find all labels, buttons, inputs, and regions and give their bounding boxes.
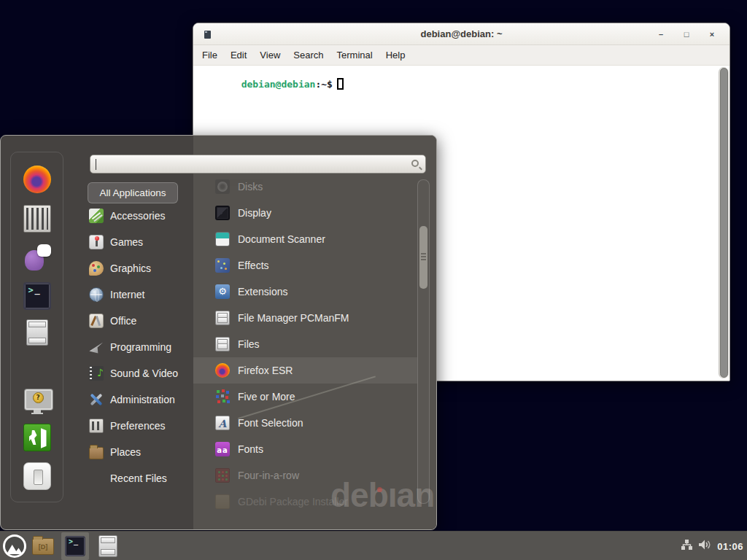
category-places[interactable]: Places <box>82 439 193 465</box>
favorite-firefox[interactable] <box>23 166 51 193</box>
minimize-button[interactable]: – <box>654 27 668 42</box>
category-recent-files[interactable]: Recent Files <box>82 465 193 491</box>
shutdown-button[interactable] <box>23 462 51 490</box>
category-administration[interactable]: Administration <box>82 386 193 413</box>
category-internet[interactable]: Internet <box>82 281 193 308</box>
app-extensions[interactable]: Extensions <box>193 279 417 305</box>
monitor-stand <box>34 410 41 413</box>
logout-icon <box>23 424 51 451</box>
logout-button[interactable] <box>23 424 51 451</box>
desktop-folder-launcher[interactable]: [D] <box>32 538 54 555</box>
menu-file[interactable]: File <box>196 47 224 63</box>
category-label: Programming <box>110 341 171 353</box>
lock-screen-icon <box>23 386 51 414</box>
window-controls: – □ × <box>654 23 719 45</box>
icon-spacer <box>89 471 104 486</box>
terminal-icon <box>65 536 85 556</box>
sound-video-icon <box>89 366 104 381</box>
app-disks[interactable]: Disks <box>193 174 417 200</box>
favorite-control-center[interactable] <box>23 205 51 233</box>
menu-scrollbar-track[interactable] <box>417 179 430 504</box>
app-document-scanner[interactable]: Document Scanner <box>193 226 417 252</box>
desktop: debian@debian: ~ – □ × File Edit View Se… <box>0 0 747 560</box>
app-label: Disks <box>238 181 263 192</box>
app-fonts[interactable]: Fonts <box>193 436 417 462</box>
menu-terminal[interactable]: Terminal <box>330 47 379 63</box>
network-icon-glyph <box>681 539 693 551</box>
favorite-terminal[interactable] <box>23 282 51 310</box>
menu-view[interactable]: View <box>253 47 287 63</box>
app-font-selection[interactable]: Font Selection <box>193 410 417 436</box>
terminal-scrollbar-track[interactable] <box>719 67 729 378</box>
category-office[interactable]: Office <box>82 308 193 334</box>
category-all-applications[interactable]: All Applications <box>88 182 178 203</box>
category-preferences[interactable]: Preferences <box>82 413 193 439</box>
firefox-icon <box>215 363 230 378</box>
gdebi-icon <box>215 494 230 509</box>
menu-help[interactable]: Help <box>379 47 412 63</box>
menu-search[interactable]: Search <box>287 47 330 63</box>
app-label: Font Selection <box>238 417 303 429</box>
extensions-icon <box>215 284 230 299</box>
category-label: Recent Files <box>110 472 167 484</box>
four-in-a-row-icon <box>215 468 230 483</box>
app-label: File Manager PCManFM <box>238 312 349 324</box>
preferences-icon <box>89 419 104 433</box>
internet-icon <box>89 287 104 302</box>
category-label: Internet <box>110 289 144 300</box>
app-file-manager-pcmanfm[interactable]: File Manager PCManFM <box>193 305 417 331</box>
maximize-button[interactable]: □ <box>679 27 694 42</box>
search-input[interactable] <box>90 155 426 174</box>
application-menu: All Applications Accessories Games Graph… <box>0 135 437 530</box>
favorite-pidgin[interactable] <box>23 244 51 272</box>
menu-edit[interactable]: Edit <box>224 47 253 63</box>
shutdown-icon <box>23 462 51 490</box>
app-label: Firefox ESR <box>238 365 293 376</box>
control-center-icon <box>23 205 51 233</box>
terminal-prompt: debian@debian:~$ <box>196 67 344 101</box>
category-games[interactable]: Games <box>82 229 193 255</box>
category-graphics[interactable]: Graphics <box>82 255 193 281</box>
category-label: Accessories <box>110 210 165 222</box>
app-label: Extensions <box>238 286 287 298</box>
office-icon <box>89 314 104 328</box>
terminal-cursor <box>337 78 344 90</box>
administration-icon <box>89 392 104 407</box>
terminal-window-title: debian@debian: ~ <box>193 23 729 45</box>
terminal-scrollbar-thumb[interactable] <box>720 68 728 378</box>
close-button[interactable]: × <box>705 27 719 42</box>
app-four-in-a-row[interactable]: Four-in-a-row <box>193 462 417 489</box>
category-label: Office <box>110 315 136 327</box>
app-label: Display <box>238 207 271 219</box>
search-icon <box>411 160 419 167</box>
app-label: Effects <box>238 260 269 271</box>
file-manager-launcher[interactable] <box>98 535 117 557</box>
volume-icon[interactable] <box>698 539 712 553</box>
category-sound-video[interactable]: Sound & Video <box>82 360 193 386</box>
app-firefox-esr[interactable]: Firefox ESR <box>193 357 417 384</box>
app-display[interactable]: Display <box>193 200 417 226</box>
taskbar-terminal-active[interactable] <box>61 532 89 560</box>
prompt-user-host: debian@debian <box>241 79 316 90</box>
terminal-menubar: File Edit View Search Terminal Help <box>193 45 729 66</box>
favorite-file-manager[interactable] <box>26 319 48 346</box>
document-scanner-icon <box>215 232 230 246</box>
network-icon[interactable] <box>681 539 693 553</box>
places-icon <box>89 447 104 459</box>
debian-watermark-dot <box>377 487 382 492</box>
terminal-titlebar[interactable]: debian@debian: ~ – □ × <box>193 23 729 45</box>
categories-list: Accessories Games Graphics Internet Offi… <box>82 203 193 491</box>
programming-icon <box>89 340 104 354</box>
category-accessories[interactable]: Accessories <box>82 203 193 229</box>
category-label: Administration <box>110 394 175 405</box>
clock[interactable]: 01:06 <box>717 541 743 552</box>
category-programming[interactable]: Programming <box>82 334 193 360</box>
text-caret <box>96 159 96 170</box>
menu-scrollbar-thumb[interactable] <box>419 226 427 289</box>
lock-screen-button[interactable] <box>23 386 51 414</box>
app-effects[interactable]: Effects <box>193 252 417 279</box>
firefox-icon <box>23 166 51 193</box>
app-files[interactable]: Files <box>193 331 417 357</box>
app-gdebi-package-installer[interactable]: GDebi Package Installer <box>193 489 417 515</box>
menu-button[interactable] <box>3 534 26 558</box>
